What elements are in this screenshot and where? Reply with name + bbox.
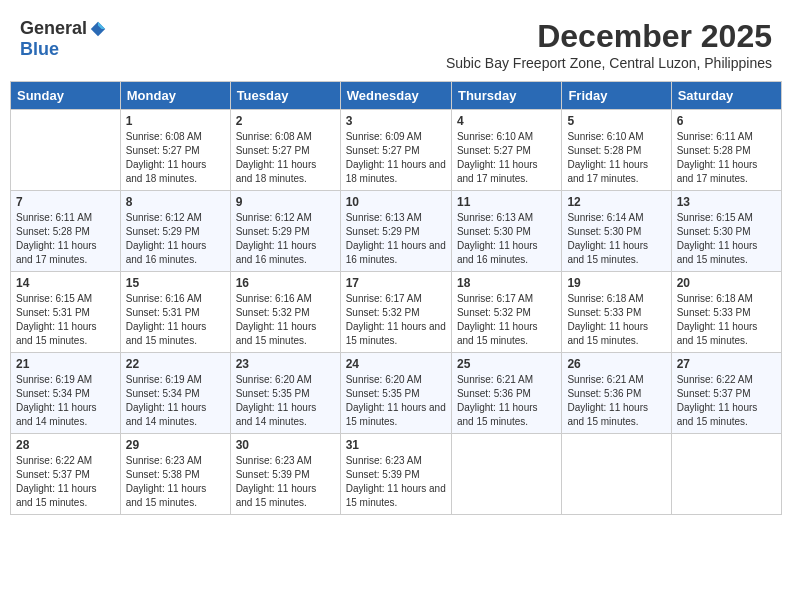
location-subtitle: Subic Bay Freeport Zone, Central Luzon, … [446,55,772,71]
day-number: 29 [126,438,225,452]
calendar-cell: 29Sunrise: 6:23 AM Sunset: 5:38 PM Dayli… [120,434,230,515]
day-info: Sunrise: 6:10 AM Sunset: 5:28 PM Dayligh… [567,130,665,186]
calendar-table: SundayMondayTuesdayWednesdayThursdayFrid… [10,81,782,515]
day-number: 27 [677,357,776,371]
day-info: Sunrise: 6:22 AM Sunset: 5:37 PM Dayligh… [16,454,115,510]
calendar-cell: 28Sunrise: 6:22 AM Sunset: 5:37 PM Dayli… [11,434,121,515]
day-number: 17 [346,276,446,290]
day-number: 24 [346,357,446,371]
title-block: December 2025 Subic Bay Freeport Zone, C… [446,18,772,71]
calendar-week-row: 21Sunrise: 6:19 AM Sunset: 5:34 PM Dayli… [11,353,782,434]
day-number: 13 [677,195,776,209]
day-info: Sunrise: 6:14 AM Sunset: 5:30 PM Dayligh… [567,211,665,267]
day-number: 15 [126,276,225,290]
day-info: Sunrise: 6:10 AM Sunset: 5:27 PM Dayligh… [457,130,556,186]
calendar-cell: 20Sunrise: 6:18 AM Sunset: 5:33 PM Dayli… [671,272,781,353]
day-number: 4 [457,114,556,128]
calendar-cell: 6Sunrise: 6:11 AM Sunset: 5:28 PM Daylig… [671,110,781,191]
day-info: Sunrise: 6:15 AM Sunset: 5:31 PM Dayligh… [16,292,115,348]
calendar-cell: 15Sunrise: 6:16 AM Sunset: 5:31 PM Dayli… [120,272,230,353]
calendar-cell: 30Sunrise: 6:23 AM Sunset: 5:39 PM Dayli… [230,434,340,515]
calendar-cell: 21Sunrise: 6:19 AM Sunset: 5:34 PM Dayli… [11,353,121,434]
day-number: 20 [677,276,776,290]
header-saturday: Saturday [671,82,781,110]
day-number: 30 [236,438,335,452]
calendar-cell: 27Sunrise: 6:22 AM Sunset: 5:37 PM Dayli… [671,353,781,434]
header-wednesday: Wednesday [340,82,451,110]
calendar-cell: 25Sunrise: 6:21 AM Sunset: 5:36 PM Dayli… [451,353,561,434]
day-info: Sunrise: 6:11 AM Sunset: 5:28 PM Dayligh… [16,211,115,267]
calendar-week-row: 7Sunrise: 6:11 AM Sunset: 5:28 PM Daylig… [11,191,782,272]
day-number: 12 [567,195,665,209]
day-number: 8 [126,195,225,209]
calendar-week-row: 14Sunrise: 6:15 AM Sunset: 5:31 PM Dayli… [11,272,782,353]
day-number: 7 [16,195,115,209]
day-number: 28 [16,438,115,452]
day-number: 26 [567,357,665,371]
header-thursday: Thursday [451,82,561,110]
calendar-cell: 31Sunrise: 6:23 AM Sunset: 5:39 PM Dayli… [340,434,451,515]
day-info: Sunrise: 6:19 AM Sunset: 5:34 PM Dayligh… [16,373,115,429]
calendar-cell [671,434,781,515]
calendar-cell: 4Sunrise: 6:10 AM Sunset: 5:27 PM Daylig… [451,110,561,191]
calendar-cell: 11Sunrise: 6:13 AM Sunset: 5:30 PM Dayli… [451,191,561,272]
day-number: 5 [567,114,665,128]
day-number: 11 [457,195,556,209]
calendar-cell: 24Sunrise: 6:20 AM Sunset: 5:35 PM Dayli… [340,353,451,434]
day-info: Sunrise: 6:23 AM Sunset: 5:38 PM Dayligh… [126,454,225,510]
header-sunday: Sunday [11,82,121,110]
page-header: General Blue December 2025 Subic Bay Fre… [10,10,782,75]
logo-icon [89,20,107,38]
day-info: Sunrise: 6:16 AM Sunset: 5:31 PM Dayligh… [126,292,225,348]
logo-general-text: General [20,18,87,39]
day-info: Sunrise: 6:09 AM Sunset: 5:27 PM Dayligh… [346,130,446,186]
logo-blue-text: Blue [20,39,59,60]
day-info: Sunrise: 6:12 AM Sunset: 5:29 PM Dayligh… [236,211,335,267]
day-number: 18 [457,276,556,290]
day-info: Sunrise: 6:16 AM Sunset: 5:32 PM Dayligh… [236,292,335,348]
calendar-cell: 17Sunrise: 6:17 AM Sunset: 5:32 PM Dayli… [340,272,451,353]
header-tuesday: Tuesday [230,82,340,110]
day-info: Sunrise: 6:11 AM Sunset: 5:28 PM Dayligh… [677,130,776,186]
calendar-cell: 14Sunrise: 6:15 AM Sunset: 5:31 PM Dayli… [11,272,121,353]
day-number: 2 [236,114,335,128]
day-info: Sunrise: 6:17 AM Sunset: 5:32 PM Dayligh… [346,292,446,348]
calendar-cell: 7Sunrise: 6:11 AM Sunset: 5:28 PM Daylig… [11,191,121,272]
day-number: 21 [16,357,115,371]
calendar-cell: 1Sunrise: 6:08 AM Sunset: 5:27 PM Daylig… [120,110,230,191]
logo: General Blue [20,18,107,60]
day-info: Sunrise: 6:12 AM Sunset: 5:29 PM Dayligh… [126,211,225,267]
calendar-cell: 8Sunrise: 6:12 AM Sunset: 5:29 PM Daylig… [120,191,230,272]
calendar-cell: 26Sunrise: 6:21 AM Sunset: 5:36 PM Dayli… [562,353,671,434]
calendar-cell: 13Sunrise: 6:15 AM Sunset: 5:30 PM Dayli… [671,191,781,272]
day-info: Sunrise: 6:20 AM Sunset: 5:35 PM Dayligh… [236,373,335,429]
header-friday: Friday [562,82,671,110]
day-info: Sunrise: 6:08 AM Sunset: 5:27 PM Dayligh… [236,130,335,186]
day-info: Sunrise: 6:18 AM Sunset: 5:33 PM Dayligh… [677,292,776,348]
day-info: Sunrise: 6:20 AM Sunset: 5:35 PM Dayligh… [346,373,446,429]
day-info: Sunrise: 6:21 AM Sunset: 5:36 PM Dayligh… [567,373,665,429]
calendar-cell [451,434,561,515]
day-number: 31 [346,438,446,452]
calendar-cell: 12Sunrise: 6:14 AM Sunset: 5:30 PM Dayli… [562,191,671,272]
calendar-cell: 10Sunrise: 6:13 AM Sunset: 5:29 PM Dayli… [340,191,451,272]
day-info: Sunrise: 6:23 AM Sunset: 5:39 PM Dayligh… [236,454,335,510]
day-number: 1 [126,114,225,128]
calendar-cell [562,434,671,515]
day-number: 16 [236,276,335,290]
calendar-week-row: 1Sunrise: 6:08 AM Sunset: 5:27 PM Daylig… [11,110,782,191]
calendar-cell: 23Sunrise: 6:20 AM Sunset: 5:35 PM Dayli… [230,353,340,434]
day-info: Sunrise: 6:13 AM Sunset: 5:30 PM Dayligh… [457,211,556,267]
day-number: 10 [346,195,446,209]
calendar-cell: 19Sunrise: 6:18 AM Sunset: 5:33 PM Dayli… [562,272,671,353]
calendar-cell: 3Sunrise: 6:09 AM Sunset: 5:27 PM Daylig… [340,110,451,191]
day-info: Sunrise: 6:21 AM Sunset: 5:36 PM Dayligh… [457,373,556,429]
day-info: Sunrise: 6:22 AM Sunset: 5:37 PM Dayligh… [677,373,776,429]
day-number: 19 [567,276,665,290]
day-number: 6 [677,114,776,128]
header-monday: Monday [120,82,230,110]
calendar-cell [11,110,121,191]
header-row: SundayMondayTuesdayWednesdayThursdayFrid… [11,82,782,110]
calendar-cell: 2Sunrise: 6:08 AM Sunset: 5:27 PM Daylig… [230,110,340,191]
calendar-cell: 9Sunrise: 6:12 AM Sunset: 5:29 PM Daylig… [230,191,340,272]
